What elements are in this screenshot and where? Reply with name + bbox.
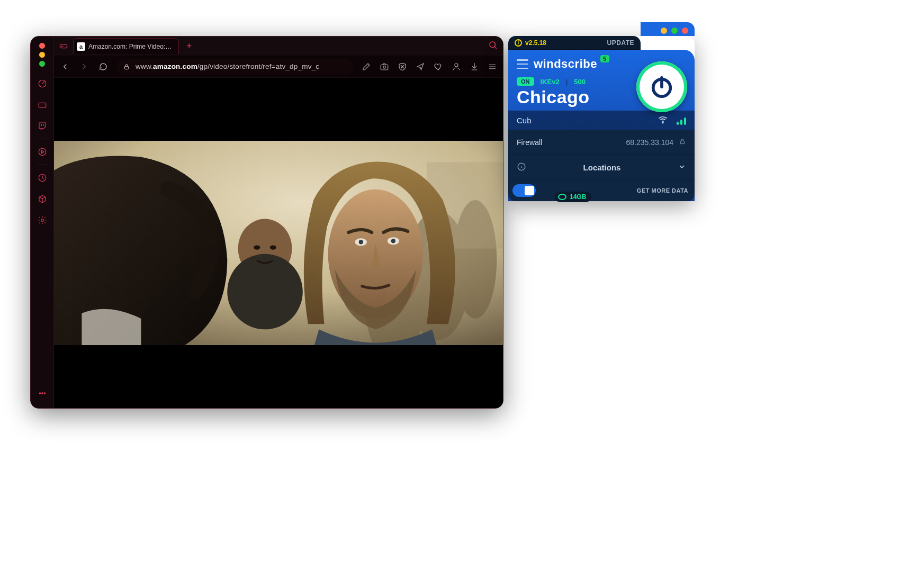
data-coin-icon bbox=[558, 194, 566, 200]
browser-sidebar bbox=[31, 37, 54, 408]
ws-ip-address: 68.235.33.104 bbox=[626, 138, 673, 147]
tab-favicon: a bbox=[77, 42, 85, 51]
new-tab-button[interactable]: + bbox=[183, 41, 195, 52]
sidebar-more-icon[interactable] bbox=[31, 384, 54, 403]
lock-icon bbox=[679, 138, 686, 147]
ws-firewall-row: Firewall 68.235.33.104 bbox=[508, 130, 695, 155]
download-icon[interactable] bbox=[469, 61, 480, 72]
svg-point-6 bbox=[42, 393, 43, 394]
ws-node-row: Cub bbox=[508, 111, 695, 130]
minimize-window-icon[interactable] bbox=[39, 52, 45, 58]
chevron-down-icon bbox=[678, 162, 686, 173]
sidebar-history-icon[interactable] bbox=[33, 168, 52, 187]
tabbar-search-icon[interactable] bbox=[488, 40, 498, 52]
browser-window: a Amazon.com: Prime Video: Prim + www.am… bbox=[30, 36, 503, 409]
video-player[interactable] bbox=[54, 78, 503, 408]
ws-firewall-toggle[interactable] bbox=[512, 184, 536, 197]
info-icon: i bbox=[515, 39, 522, 47]
svg-rect-11 bbox=[381, 65, 388, 70]
address-bar: www.amazon.com/gp/video/storefront/ref=a… bbox=[54, 56, 503, 78]
address-actions bbox=[361, 61, 498, 72]
svg-point-7 bbox=[44, 393, 45, 394]
nav-reload-button[interactable] bbox=[97, 61, 109, 73]
ws-protocol[interactable]: IKEv2 bbox=[541, 78, 560, 86]
ws-version-bar: iv2.5.18 UPDATE bbox=[508, 36, 641, 50]
ws-menu-button[interactable] bbox=[517, 59, 528, 69]
svg-point-5 bbox=[39, 393, 40, 394]
lock-icon bbox=[123, 63, 130, 70]
window-traffic-lights[interactable] bbox=[39, 43, 45, 72]
ws-version: iv2.5.18 bbox=[515, 39, 546, 47]
ws-maximize-icon[interactable] bbox=[671, 28, 678, 34]
browser-main: a Amazon.com: Prime Video: Prim + www.am… bbox=[54, 37, 503, 408]
screenshot-icon[interactable] bbox=[379, 61, 390, 72]
ws-port[interactable]: 500 bbox=[574, 78, 586, 86]
menu-icon[interactable] bbox=[487, 61, 498, 72]
info-icon bbox=[517, 162, 526, 173]
ws-status-badge: ON bbox=[517, 77, 534, 86]
svg-point-22 bbox=[270, 245, 276, 249]
svg-rect-8 bbox=[60, 44, 67, 48]
nav-forward-button[interactable] bbox=[78, 61, 90, 73]
gamepad-icon[interactable] bbox=[58, 41, 69, 51]
sidebar-separator bbox=[38, 139, 47, 139]
sidebar-play-icon[interactable] bbox=[33, 142, 52, 161]
ws-minimize-icon[interactable] bbox=[661, 28, 667, 34]
profile-icon[interactable] bbox=[451, 61, 462, 72]
svg-point-9 bbox=[490, 42, 496, 48]
edit-icon[interactable] bbox=[361, 61, 372, 72]
ws-footer: 14GB GET MORE DATA bbox=[508, 181, 695, 201]
shield-icon[interactable] bbox=[397, 61, 408, 72]
sidebar-settings-icon[interactable] bbox=[33, 211, 52, 230]
svg-rect-10 bbox=[125, 66, 129, 69]
ws-power-button[interactable] bbox=[636, 61, 687, 112]
ws-firewall-label: Firewall bbox=[517, 138, 542, 147]
ws-notif-badge: 5 bbox=[600, 55, 609, 62]
nav-back-button[interactable] bbox=[59, 61, 71, 73]
wifi-icon bbox=[658, 114, 668, 126]
ws-mac-controls bbox=[641, 22, 695, 36]
sidebar-twitch-icon[interactable] bbox=[33, 116, 52, 135]
svg-point-21 bbox=[254, 245, 260, 249]
heart-icon[interactable] bbox=[433, 61, 444, 72]
sidebar-cube-icon[interactable] bbox=[33, 189, 52, 209]
svg-point-27 bbox=[391, 239, 395, 243]
ws-logo: windscribe 5 bbox=[534, 57, 609, 71]
svg-point-2 bbox=[39, 148, 46, 156]
sidebar-separator bbox=[38, 165, 47, 165]
url-input[interactable]: www.amazon.com/gp/video/storefront/ref=a… bbox=[116, 59, 354, 75]
video-frame bbox=[54, 141, 503, 346]
tab-title: Amazon.com: Prime Video: Prim bbox=[88, 43, 173, 50]
ws-locations-label: Locations bbox=[526, 163, 678, 172]
maximize-window-icon[interactable] bbox=[39, 61, 45, 67]
sidebar-wallet-icon[interactable] bbox=[33, 95, 52, 114]
svg-point-13 bbox=[455, 64, 458, 67]
tab-bar: a Amazon.com: Prime Video: Prim + bbox=[54, 37, 503, 56]
ws-header: windscribe 5 bbox=[508, 50, 695, 75]
svg-point-12 bbox=[383, 66, 386, 68]
close-window-icon[interactable] bbox=[39, 43, 45, 49]
ws-update-button[interactable]: UPDATE bbox=[607, 39, 634, 47]
browser-tab[interactable]: a Amazon.com: Prime Video: Prim bbox=[73, 38, 179, 54]
ws-sep: | bbox=[566, 78, 568, 86]
ws-node-name: Cub bbox=[517, 116, 532, 125]
ws-body: windscribe 5 ON IKEv2 | 500 Chicago Cub … bbox=[508, 50, 695, 201]
signal-bars-icon bbox=[677, 116, 686, 125]
sidebar-speedometer-icon[interactable] bbox=[33, 74, 52, 93]
ws-get-more-button[interactable]: GET MORE DATA bbox=[637, 187, 688, 194]
windscribe-widget: iv2.5.18 UPDATE windscribe 5 ON IKEv2 | … bbox=[508, 36, 695, 201]
url-text: www.amazon.com/gp/video/storefront/ref=a… bbox=[136, 62, 319, 70]
svg-rect-31 bbox=[681, 141, 685, 143]
ws-locations-row[interactable]: Locations bbox=[508, 155, 695, 181]
svg-point-20 bbox=[227, 254, 303, 329]
send-icon[interactable] bbox=[415, 61, 426, 72]
ws-data-remaining: 14GB bbox=[555, 192, 591, 202]
svg-point-30 bbox=[662, 122, 663, 123]
svg-rect-1 bbox=[39, 103, 46, 107]
svg-point-4 bbox=[41, 219, 43, 222]
ws-close-icon[interactable] bbox=[682, 28, 688, 34]
svg-point-25 bbox=[359, 240, 363, 244]
